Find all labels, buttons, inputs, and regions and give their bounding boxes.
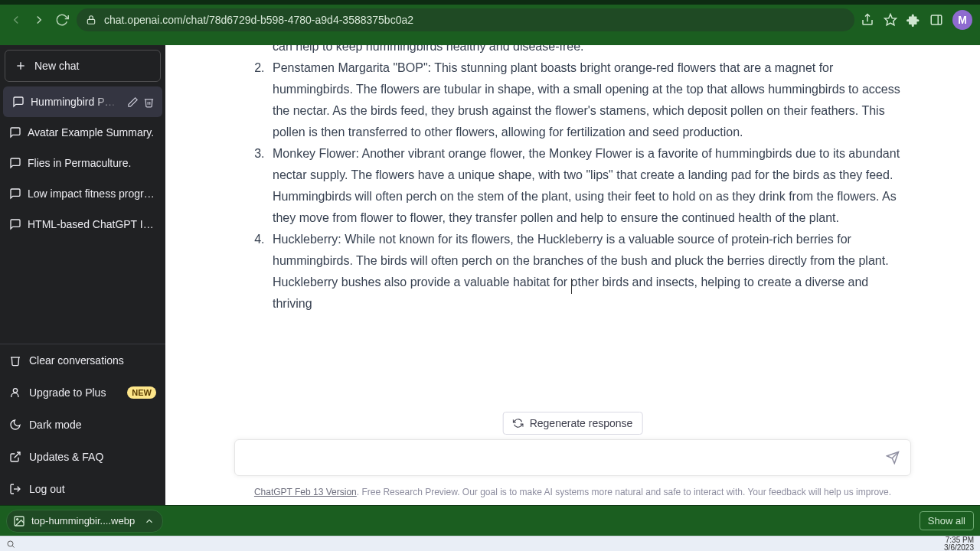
clear-conversations[interactable]: Clear conversations: [0, 344, 165, 377]
updates-faq[interactable]: Updates & FAQ: [0, 441, 165, 473]
svg-point-14: [8, 541, 13, 546]
composer[interactable]: [234, 439, 911, 476]
footer-note: ChatGPT Feb 13 Version. Free Research Pr…: [165, 482, 980, 505]
browser-toolbar: chat.openai.com/chat/78d6729d-b598-4780-…: [0, 0, 980, 34]
download-shelf: top-hummingbir....webp Show all: [0, 505, 980, 536]
svg-point-7: [13, 389, 17, 393]
download-chip[interactable]: top-hummingbir....webp: [6, 510, 163, 533]
new-badge: NEW: [127, 386, 156, 399]
chat-title: Avatar Example Summary.: [28, 126, 158, 139]
sidebar: New chat Hummingbird Permacu Avatar Exam…: [0, 45, 165, 505]
trash-icon[interactable]: [143, 96, 155, 108]
chat-title: Flies in Permaculture.: [28, 157, 158, 169]
external-link-icon: [9, 451, 21, 463]
chat-icon: [12, 96, 24, 108]
search-icon[interactable]: [6, 540, 15, 549]
main-content: xcan help to keep hummingbirds healthy a…: [165, 45, 980, 505]
svg-rect-3: [931, 15, 942, 24]
logout-icon: [9, 483, 21, 495]
trash-icon: [9, 354, 21, 367]
version-link[interactable]: ChatGPT Feb 13 Version: [254, 487, 357, 497]
reload-button[interactable]: [51, 8, 74, 31]
svg-line-8: [15, 452, 20, 458]
chat-icon: [9, 157, 21, 169]
extensions-icon[interactable]: [906, 13, 920, 27]
url-text: chat.openai.com/chat/78d6729d-b598-4780-…: [104, 14, 413, 26]
edit-icon[interactable]: [127, 96, 139, 108]
lock-icon: [86, 15, 96, 25]
message-input[interactable]: [246, 451, 886, 465]
upgrade-to-plus[interactable]: Upgrade to Plus NEW: [0, 377, 165, 409]
chevron-up-icon[interactable]: [144, 516, 155, 527]
sidepanel-icon[interactable]: [929, 13, 943, 27]
chat-title: HTML-based ChatGPT Interact: [28, 218, 158, 230]
person-icon: [9, 386, 21, 399]
bookmark-bar: [0, 34, 980, 45]
star-icon[interactable]: [884, 13, 897, 27]
chat-icon: [9, 218, 21, 230]
show-all-downloads[interactable]: Show all: [920, 511, 974, 530]
chat-icon: [9, 126, 21, 139]
share-icon[interactable]: [861, 13, 874, 27]
chat-item[interactable]: Avatar Example Summary.: [0, 117, 165, 148]
plus-icon: [15, 60, 27, 72]
svg-marker-2: [885, 14, 897, 24]
send-icon[interactable]: [886, 451, 900, 465]
chat-item-active[interactable]: Hummingbird Permacu: [3, 86, 162, 117]
image-file-icon: [13, 515, 25, 527]
windows-taskbar[interactable]: 7:35 PM 3/6/2023: [0, 536, 980, 551]
new-chat-label: New chat: [34, 60, 79, 72]
svg-line-15: [12, 546, 14, 547]
list-item: Monkey Flower: Another vibrant orange fl…: [268, 143, 911, 229]
list-item: Huckleberry: While not known for its flo…: [268, 229, 911, 315]
log-out[interactable]: Log out: [0, 473, 165, 505]
chatgpt-app: New chat Hummingbird Permacu Avatar Exam…: [0, 45, 980, 505]
chat-item[interactable]: HTML-based ChatGPT Interact: [0, 209, 165, 240]
chat-icon: [9, 187, 21, 200]
refresh-icon: [513, 418, 524, 429]
address-bar[interactable]: chat.openai.com/chat/78d6729d-b598-4780-…: [77, 8, 854, 31]
profile-avatar[interactable]: M: [952, 10, 972, 30]
svg-point-13: [17, 518, 18, 520]
chat-title: Low impact fitness programs.: [28, 187, 158, 200]
moon-icon: [9, 419, 21, 431]
text-cursor: [571, 279, 572, 294]
list-item: xcan help to keep hummingbirds healthy a…: [268, 45, 911, 57]
regenerate-button[interactable]: Regenerate response: [503, 412, 643, 435]
new-chat-button[interactable]: New chat: [5, 50, 161, 82]
back-button[interactable]: [5, 8, 28, 31]
chat-item[interactable]: Flies in Permaculture.: [0, 148, 165, 178]
system-clock[interactable]: 7:35 PM 3/6/2023: [944, 536, 974, 552]
chat-title: Hummingbird Permacu: [31, 96, 121, 108]
message-scroll[interactable]: xcan help to keep hummingbirds healthy a…: [165, 45, 980, 439]
list-item: Penstamen Margarita "BOP": This stunning…: [268, 57, 911, 143]
dark-mode-toggle[interactable]: Dark mode: [0, 409, 165, 441]
svg-rect-0: [87, 19, 94, 24]
chat-item[interactable]: Low impact fitness programs.: [0, 178, 165, 209]
forward-button[interactable]: [28, 8, 51, 31]
response-list: xcan help to keep hummingbirds healthy a…: [234, 45, 911, 315]
